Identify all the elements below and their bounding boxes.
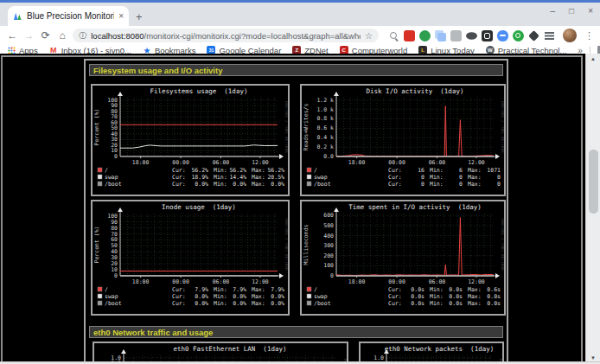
tab-close-icon[interactable]: × (118, 11, 124, 21)
maximize-button[interactable]: □ (569, 6, 574, 16)
svg-text:Min:: Min: (430, 300, 444, 307)
svg-text:/: / (105, 167, 108, 174)
chart-time-spent-io[interactable]: 010020030040050060018:0000:0006:0012:00T… (300, 200, 506, 316)
svg-text:18.9%: 18.9% (191, 174, 208, 181)
url-path: /monitorix-cgi/monitorix.cgi?mode=localh… (144, 31, 361, 41)
svg-text:06:00: 06:00 (213, 278, 230, 285)
new-tab-button[interactable]: + (136, 10, 143, 23)
screen-share-extension-icon[interactable] (482, 30, 493, 42)
filesystem-charts-grid: 010203040506070809010018:0000:0006:0012:… (91, 84, 504, 316)
svg-text:swap: swap (105, 174, 118, 181)
svg-text:Max:: Max: (252, 300, 265, 307)
tab-blue-precision-monitorix[interactable]: Blue Precision Monitorix × (8, 6, 129, 26)
browser-menu-icon[interactable]: ⋮ (584, 30, 594, 42)
forward-button-icon[interactable]: → (22, 29, 35, 42)
svg-text:Percent (%): Percent (%) (93, 226, 100, 263)
svg-text:200: 200 (323, 252, 334, 259)
svg-text:20.5%: 20.5% (267, 174, 284, 181)
tab-strip: Blue Precision Monitorix × + – □ × (0, 3, 600, 26)
svg-text:20: 20 (111, 260, 118, 267)
svg-text:7.9%: 7.9% (195, 286, 208, 293)
svg-text:Cur:: Cur: (172, 300, 186, 307)
svg-text:Max:: Max: (468, 181, 482, 188)
copy-pages-extension-icon[interactable] (437, 33, 446, 42)
webpage-viewport: Filesystem usage and I/O activity 010203… (0, 54, 600, 364)
minimize-button[interactable]: – (551, 6, 556, 16)
browser-window: Blue Precision Monitorix × + – □ × ← → ⟳… (0, 0, 600, 364)
section-title-filesystem: Filesystem usage and I/O activity (89, 64, 503, 76)
svg-text:Milliseconds: Milliseconds (303, 224, 310, 265)
svg-text:/boot: /boot (314, 181, 331, 188)
svg-text:Cur:: Cur: (388, 174, 402, 181)
svg-text:0.0%: 0.0% (195, 181, 208, 188)
svg-text:1.0: 1.0 (373, 354, 384, 361)
tab-title: Blue Precision Monitorix (27, 11, 114, 21)
svg-text:14.4%: 14.4% (229, 174, 246, 181)
svg-text:Min:: Min: (214, 293, 227, 300)
site-info-icon[interactable]: ⓘ (79, 30, 86, 42)
dark-eye-extension-icon[interactable] (466, 32, 477, 39)
svg-text:Min:: Min: (214, 167, 227, 174)
page-scrollbar[interactable]: ▲ ▼ (585, 54, 600, 364)
svg-text:Max:: Max: (468, 167, 482, 174)
svg-text:0.0s: 0.0s (487, 300, 501, 307)
svg-text:/boot: /boot (105, 300, 122, 307)
chart-inode-usage[interactable]: 010203040506070809010018:0000:0006:0012:… (91, 200, 290, 316)
svg-text:0.0s: 0.0s (449, 286, 463, 293)
svg-text:500: 500 (323, 222, 334, 229)
svg-text:6: 6 (459, 167, 463, 174)
svg-text:18:00: 18:00 (348, 278, 366, 285)
chart-filesystems-usage[interactable]: 010203040506070809010018:0000:0006:0012:… (91, 84, 290, 196)
svg-text:/: / (314, 167, 317, 174)
svg-text:7.9%: 7.9% (271, 286, 284, 293)
home-button-icon[interactable]: ⌂ (56, 29, 68, 42)
svg-text:RRDTOOL / TOBI OETIKER: RRDTOOL / TOBI OETIKER (501, 219, 504, 271)
scrollbar-up-arrow-icon[interactable]: ▲ (586, 54, 600, 65)
tab-list-extension-icon[interactable] (544, 30, 555, 42)
url-text: localhost:8080/monitorix-cgi/monitorix.c… (91, 31, 361, 41)
svg-text:swap: swap (105, 293, 118, 300)
svg-text:Cur:: Cur: (388, 300, 402, 307)
reload-button-icon[interactable]: ⟳ (40, 29, 52, 42)
extensions-row (388, 30, 555, 42)
close-button[interactable]: × (588, 6, 593, 16)
svg-text:1.2 k: 1.2 k (316, 97, 334, 104)
green-globe-extension-icon[interactable] (419, 30, 431, 42)
scrollbar-thumb[interactable] (589, 150, 598, 214)
chart-disk-io-activity[interactable]: 0.00.2 k0.4 k0.6 k0.8 k1.0 k1.2 k18:0000… (300, 84, 506, 196)
bookmark-star-icon[interactable]: ☆ (365, 31, 373, 41)
svg-text:100: 100 (323, 262, 334, 269)
svg-text:0.8 k: 0.8 k (316, 115, 334, 122)
search-extension-icon[interactable] (388, 30, 399, 42)
svg-text:RRDTOOL / TOBI OETIKER: RRDTOOL / TOBI OETIKER (284, 101, 288, 153)
gray-box-extension-icon[interactable] (450, 30, 462, 42)
svg-text:Max:: Max: (468, 300, 482, 307)
svg-text:RRDTOOL / TOBI OETIKER: RRDTOOL / TOBI OETIKER (284, 219, 288, 271)
svg-text:00:00: 00:00 (388, 278, 405, 285)
svg-text:Min:: Min: (214, 174, 227, 181)
svg-text:00:00: 00:00 (172, 159, 189, 166)
svg-text:06:00: 06:00 (429, 278, 446, 285)
dark-pin-extension-icon[interactable] (528, 30, 539, 42)
svg-text:18:00: 18:00 (132, 278, 150, 285)
address-bar[interactable]: ⓘ localhost:8080/monitorix-cgi/monitorix… (73, 29, 379, 42)
profile-avatar[interactable] (563, 29, 577, 42)
green-ring-extension-icon[interactable] (513, 30, 524, 42)
svg-text:100: 100 (107, 213, 118, 220)
mail-checker-extension-icon[interactable] (404, 30, 415, 42)
svg-text:Cur:: Cur: (172, 286, 186, 293)
svg-text:300: 300 (323, 242, 334, 249)
svg-text:RRDTOOL / TOBI OETIKER: RRDTOOL / TOBI OETIKER (501, 101, 504, 153)
svg-text:0: 0 (459, 174, 463, 181)
monitorix-favicon-icon (13, 11, 22, 21)
svg-text:Min:: Min: (430, 286, 444, 293)
svg-text:Cur:: Cur: (172, 167, 186, 174)
svg-text:12:00: 12:00 (252, 159, 269, 166)
svg-text:Cur:: Cur: (388, 167, 402, 174)
svg-text:Inode usage (1day): Inode usage (1day) (162, 203, 236, 211)
back-button-icon[interactable]: ← (6, 29, 18, 42)
svg-text:70: 70 (111, 231, 118, 238)
blue-capsule-extension-icon[interactable] (497, 30, 508, 42)
svg-text:600: 600 (323, 212, 334, 219)
svg-text:40: 40 (111, 248, 118, 255)
